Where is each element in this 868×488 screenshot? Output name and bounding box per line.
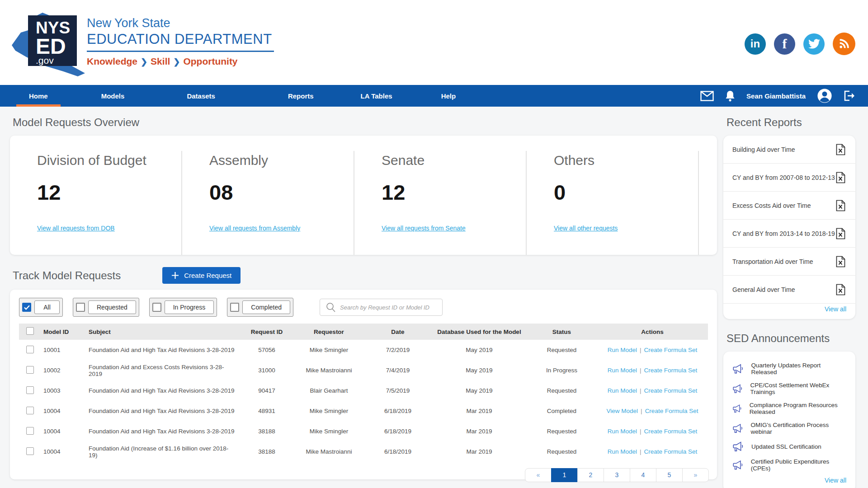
announcements-view-all-link[interactable]: View all xyxy=(825,477,846,484)
announcement-item[interactable]: OMIG's Certification Process webinar xyxy=(723,418,855,438)
card-title: Assembly xyxy=(209,153,354,168)
checkbox-in-progress[interactable] xyxy=(152,303,161,312)
pagination-page-5[interactable]: 5 xyxy=(656,468,683,482)
filter-requested[interactable]: Requested xyxy=(73,298,139,317)
nysed-logo[interactable]: NYS ED .gov xyxy=(10,10,89,78)
main-column: Model Requests Overview Division of Budg… xyxy=(10,107,717,479)
select-all-checkbox[interactable] xyxy=(26,327,34,335)
card-title: Division of Budget xyxy=(37,153,181,168)
announcement-item[interactable]: CPE/Cost Settlement WebEx Trainings xyxy=(723,379,855,399)
announcement-item[interactable]: Certified Public Expenditures (CPEs) xyxy=(723,455,855,475)
facebook-icon[interactable]: f xyxy=(774,33,795,55)
nav-item-help[interactable]: Help xyxy=(429,85,469,107)
announcement-item[interactable]: Quarterly Updates Report Released xyxy=(723,359,855,379)
report-item[interactable]: Transportation Aid over Time xyxy=(723,248,855,276)
create-formula-set-link[interactable]: Create Formula Set xyxy=(645,408,698,414)
report-item[interactable]: General Aid over Time xyxy=(723,276,855,304)
create-formula-set-link[interactable]: Create Formula Set xyxy=(644,448,698,455)
cell-subject: Foundation Aid and High Tax Aid Revision… xyxy=(86,380,240,401)
excel-file-icon[interactable] xyxy=(836,144,845,155)
filter-all[interactable]: All xyxy=(19,298,63,317)
cell-request-id: 38188 xyxy=(240,441,294,462)
excel-file-icon[interactable] xyxy=(836,284,845,296)
nav-item-reports[interactable]: Reports xyxy=(275,85,326,107)
run-model-link[interactable]: Run Model xyxy=(608,428,637,435)
action-separator: | xyxy=(640,428,642,435)
card-title: Others xyxy=(554,153,698,168)
reports-view-all-link[interactable]: View all xyxy=(825,305,846,313)
report-item[interactable]: Excess Costs Aid over Time xyxy=(723,192,855,220)
logout-icon[interactable] xyxy=(844,90,855,101)
account-avatar-icon[interactable] xyxy=(817,88,832,103)
card-count: 12 xyxy=(37,180,181,205)
nav-item-home[interactable]: Home xyxy=(16,85,61,107)
track-section-title: Track Model Requests xyxy=(13,269,121,282)
cell-requestor: Blair Gearhart xyxy=(294,380,364,401)
view-requests-dob-link[interactable]: View all requests from DOB xyxy=(37,225,115,232)
pagination-page-4[interactable]: 4 xyxy=(630,468,656,482)
report-item[interactable]: CY and BY from 2013-14 to 2018-19 xyxy=(723,220,855,248)
cell-subject: Foundation Aid and Excess Costs Revision… xyxy=(86,360,240,380)
announcement-label: CPE/Cost Settlement WebEx Trainings xyxy=(750,382,846,395)
table-header-row: Model ID Subject Request ID Requestor Da… xyxy=(19,324,708,340)
pagination-page-2[interactable]: 2 xyxy=(577,468,604,482)
megaphone-icon xyxy=(732,423,744,434)
view-model-link[interactable]: View Model xyxy=(607,408,638,414)
create-request-button[interactable]: Create Request xyxy=(162,267,241,284)
run-model-link[interactable]: Run Model xyxy=(608,347,637,353)
excel-file-icon[interactable] xyxy=(836,200,845,211)
excel-file-icon[interactable] xyxy=(836,172,845,183)
nav-item-datasets[interactable]: Datasets xyxy=(174,85,228,107)
create-formula-set-link[interactable]: Create Formula Set xyxy=(644,347,698,353)
chevron-separator-icon: ❯ xyxy=(173,57,180,66)
filter-completed[interactable]: Completed xyxy=(227,298,293,317)
row-checkbox[interactable] xyxy=(26,427,34,435)
filter-in-progress[interactable]: In Progress xyxy=(149,298,217,317)
report-item[interactable]: CY and BY from 2007-08 to 2012-13 xyxy=(723,164,855,192)
rss-icon[interactable] xyxy=(833,33,855,55)
nav-item-models[interactable]: Models xyxy=(89,85,137,107)
excel-file-icon[interactable] xyxy=(836,228,845,239)
view-requests-assembly-link[interactable]: View all requests from Assembly xyxy=(209,225,300,232)
mail-icon[interactable] xyxy=(700,91,714,101)
pagination-next-button[interactable]: » xyxy=(682,468,709,482)
row-checkbox[interactable] xyxy=(26,386,34,394)
overview-card: Division of Budget 12 View all requests … xyxy=(10,136,717,255)
pagination-prev-button[interactable]: « xyxy=(525,468,552,482)
checkbox-completed[interactable] xyxy=(230,303,239,312)
nav-item-la-tables[interactable]: LA Tables xyxy=(348,85,405,107)
run-model-link[interactable]: Run Model xyxy=(608,387,637,394)
linkedin-label: in xyxy=(750,38,760,50)
brand-tagline: Knowledge❯Skill❯Opportunity xyxy=(87,56,274,67)
pagination-page-3[interactable]: 3 xyxy=(604,468,630,482)
twitter-icon[interactable] xyxy=(803,33,825,55)
search-input[interactable] xyxy=(340,304,442,311)
row-checkbox[interactable] xyxy=(26,366,34,374)
row-checkbox[interactable] xyxy=(26,407,34,414)
social-links: in f xyxy=(745,33,855,55)
view-other-requests-link[interactable]: View all other requests xyxy=(554,225,618,232)
checkbox-all[interactable] xyxy=(22,303,31,312)
cell-model-id: 10004 xyxy=(41,441,86,462)
row-checkbox[interactable] xyxy=(26,447,34,455)
excel-file-icon[interactable] xyxy=(836,256,845,267)
create-formula-set-link[interactable]: Create Formula Set xyxy=(644,428,698,435)
report-item[interactable]: Building Aid over Time xyxy=(723,136,855,164)
search-icon xyxy=(326,302,336,313)
recent-reports-title: Recent Reports xyxy=(726,116,855,129)
pagination-page-1[interactable]: 1 xyxy=(551,468,578,482)
row-checkbox[interactable] xyxy=(26,346,34,353)
checkbox-requested[interactable] xyxy=(76,303,85,312)
create-formula-set-link[interactable]: Create Formula Set xyxy=(644,367,698,374)
action-separator: | xyxy=(640,347,642,353)
col-actions: Actions xyxy=(597,324,708,340)
run-model-link[interactable]: Run Model xyxy=(608,367,637,374)
linkedin-icon[interactable]: in xyxy=(745,33,766,55)
view-requests-senate-link[interactable]: View all requests from Senate xyxy=(382,225,466,232)
tagline-word-opportunity: Opportunity xyxy=(183,56,237,66)
announcement-item[interactable]: Updated SSL Certification xyxy=(723,438,855,455)
notifications-bell-icon[interactable] xyxy=(725,90,735,102)
run-model-link[interactable]: Run Model xyxy=(608,448,637,455)
create-formula-set-link[interactable]: Create Formula Set xyxy=(644,387,698,394)
announcement-item[interactable]: Compliance Program Resources Released xyxy=(723,399,855,418)
